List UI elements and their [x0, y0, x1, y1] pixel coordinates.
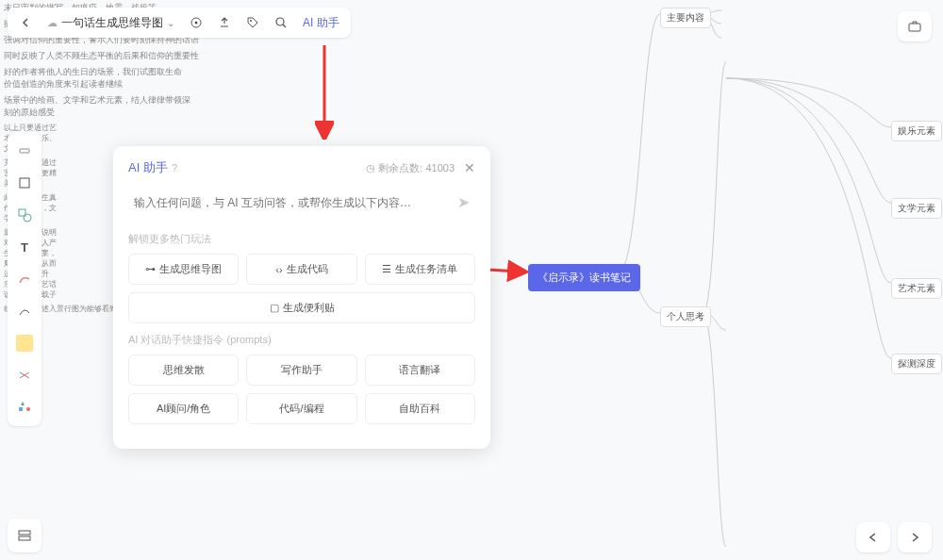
- ai-assistant-panel: AI 助手 ? ◷ 剩余点数: 41003 ✕ ➤ 解锁更多热门玩法 ⊶生成思维…: [113, 146, 490, 449]
- document-title-dropdown[interactable]: ☁ 一句话生成思维导图 ⌄: [41, 15, 180, 31]
- chip-coding[interactable]: 代码/编程: [246, 393, 356, 424]
- node-personal-intro-1[interactable]: 好的作者将他人的生日的场景，我们试图取生命价值创造的角度来引起读者继续: [0, 64, 189, 92]
- chip-consultant[interactable]: AI顾问/角色: [128, 393, 239, 424]
- svg-point-3: [276, 18, 284, 25]
- cloud-icon: ☁: [47, 17, 58, 29]
- document-title: 一句话生成思维导图: [61, 15, 163, 31]
- back-button[interactable]: [13, 10, 38, 35]
- close-button[interactable]: ✕: [464, 160, 475, 175]
- toolbox-button[interactable]: [898, 11, 932, 41]
- redo-button[interactable]: [898, 522, 932, 552]
- send-button[interactable]: ➤: [457, 193, 470, 211]
- mindmap-central-node[interactable]: 《启示录》读书笔记: [528, 264, 640, 291]
- sticky-note-tool[interactable]: [11, 330, 38, 356]
- node-detail-0[interactable]: 场景中的绘画、文学和艺术元素，结人律律带领深刻的原始感受: [0, 92, 198, 121]
- connector-tool[interactable]: [11, 298, 38, 324]
- code-icon: ‹›: [275, 264, 282, 275]
- tag-button[interactable]: [240, 10, 265, 35]
- settings-button[interactable]: [184, 10, 208, 35]
- mindmap-icon: ⊶: [145, 263, 156, 275]
- svg-rect-12: [909, 24, 920, 31]
- chip-encyclopedia[interactable]: 自助百科: [365, 393, 475, 424]
- node-depth[interactable]: 探测深度: [891, 354, 942, 374]
- search-button[interactable]: [269, 10, 293, 35]
- svg-rect-4: [20, 149, 29, 153]
- chip-generate-code[interactable]: ‹›生成代码: [246, 254, 356, 285]
- svg-point-1: [195, 22, 198, 25]
- hot-topics-label: 解锁更多热门玩法: [128, 232, 475, 246]
- svg-point-7: [24, 214, 31, 222]
- export-button[interactable]: [212, 10, 237, 35]
- list-icon: ☰: [382, 263, 391, 275]
- node-literature[interactable]: 文学元素: [891, 198, 942, 219]
- select-tool[interactable]: [11, 138, 38, 164]
- sticky-icon: ▢: [270, 302, 279, 314]
- frame-tool[interactable]: [11, 170, 38, 196]
- node-art[interactable]: 艺术元素: [891, 278, 942, 299]
- annotation-arrow-1: [315, 45, 334, 140]
- pen-tool[interactable]: [11, 266, 38, 292]
- svg-point-9: [26, 407, 30, 411]
- svg-rect-11: [19, 536, 30, 540]
- layers-button[interactable]: [8, 519, 41, 552]
- node-personal-thought[interactable]: 个人思考: [660, 306, 711, 327]
- ai-prompt-input[interactable]: [134, 196, 457, 209]
- top-toolbar: ☁ 一句话生成思维导图 ⌄ AI 助手: [8, 8, 351, 38]
- more-shapes-tool[interactable]: [11, 394, 38, 420]
- svg-rect-5: [20, 178, 29, 188]
- prompts-label: AI 对话助手快捷指令 (prompts): [128, 333, 475, 347]
- svg-rect-8: [19, 407, 23, 411]
- ai-panel-title: AI 助手 ?: [128, 159, 177, 176]
- undo-button[interactable]: [856, 522, 890, 552]
- chip-generate-tasklist[interactable]: ☰生成任务清单: [365, 254, 475, 285]
- bottom-right-controls: [856, 522, 932, 552]
- chip-generate-mindmap[interactable]: ⊶生成思维导图: [128, 254, 239, 285]
- mindmap-tool[interactable]: [11, 362, 38, 388]
- chevron-down-icon: ⌄: [167, 18, 174, 28]
- shape-tool[interactable]: [11, 202, 38, 228]
- svg-rect-10: [19, 531, 30, 535]
- chip-generate-sticky[interactable]: ▢生成便利贴: [128, 292, 475, 323]
- node-personal-intro-0[interactable]: 同时反映了人类不顾生态平衡的后果和信仰的重要性: [0, 48, 943, 64]
- node-entertainment[interactable]: 娱乐元素: [891, 121, 942, 141]
- points-remaining: ◷ 剩余点数: 41003: [366, 161, 455, 175]
- node-main-content[interactable]: 主要内容: [660, 8, 711, 28]
- left-toolbar: T: [8, 132, 41, 426]
- text-tool[interactable]: T: [11, 234, 38, 260]
- help-icon[interactable]: ?: [172, 162, 177, 173]
- chip-diverge[interactable]: 思维发散: [128, 354, 239, 386]
- ai-helper-button[interactable]: AI 助手: [297, 15, 345, 31]
- svg-point-2: [250, 20, 252, 22]
- chip-writing[interactable]: 写作助手: [246, 354, 356, 386]
- chip-translate[interactable]: 语言翻译: [365, 354, 475, 386]
